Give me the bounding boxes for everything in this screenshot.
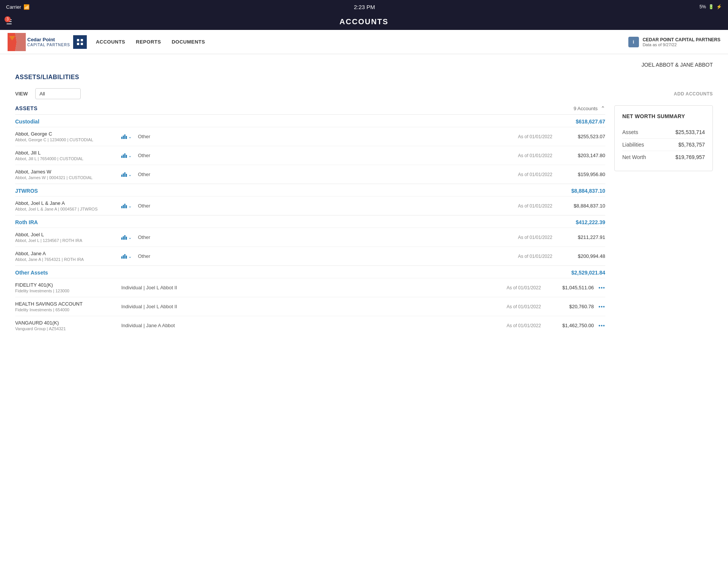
chart-button[interactable]: ⌄ [121, 134, 136, 139]
svg-rect-23 [126, 205, 127, 208]
chart-icon [121, 172, 127, 177]
roth-ira-label[interactable]: Roth IRA [15, 219, 38, 225]
grid-button[interactable] [73, 35, 87, 49]
account-date: As of 01/01/2022 [499, 304, 548, 309]
chart-icon [121, 134, 127, 139]
add-accounts-button[interactable]: ADD ACCOUNTS [674, 91, 713, 97]
account-row: FIDELITY 401(K) Fidelity Investments | 1… [15, 278, 605, 297]
account-sub: Vanguard Group | AZ54321 [15, 326, 121, 331]
svg-rect-17 [123, 173, 124, 177]
account-sub: Abbot, Joel L | 1234567 | ROTH IRA [15, 238, 121, 243]
svg-rect-15 [126, 155, 127, 158]
chart-button[interactable]: ⌄ [121, 153, 136, 158]
account-type: Other [136, 153, 510, 158]
account-name: HEALTH SAVINGS ACCOUNT [15, 301, 121, 307]
assets-header-right: 9 Accounts ⌃ [573, 105, 605, 111]
account-info: Abbot, Jill L Abbot, Jill L | 7654000 | … [15, 150, 121, 161]
nav-accounts[interactable]: ACCOUNTS [96, 39, 125, 45]
account-value: $20,760.78 [548, 304, 594, 309]
section-title: ASSETS/LIABILITIES [15, 74, 713, 81]
account-sub: Abbot, Jill L | 7654000 | CUSTODIAL [15, 156, 121, 161]
svg-rect-6 [77, 43, 79, 45]
account-name: Abbot, James W [15, 169, 121, 175]
accounts-section: ASSETS 9 Accounts ⌃ Custodial $618,627.6… [15, 105, 605, 335]
account-value: $1,045,511.06 [548, 285, 594, 290]
account-row: Abbot, George C Abbot, George C | 123400… [15, 127, 605, 146]
more-actions-button[interactable]: ••• [598, 323, 605, 329]
content-layout: ASSETS 9 Accounts ⌃ Custodial $618,627.6… [15, 105, 713, 335]
svg-rect-5 [81, 39, 83, 41]
account-type: Other [136, 203, 510, 209]
nav-links: ACCOUNTS REPORTS DOCUMENTS [96, 39, 205, 45]
logo-section: Cedar Point CAPITAL PARTNERS [8, 33, 87, 51]
account-date: As of 01/01/2022 [499, 285, 548, 290]
account-value: $200,994.48 [560, 253, 605, 259]
account-value: $255,523.07 [560, 134, 605, 139]
firm-date: Data as of 9/27/22 [643, 42, 720, 47]
assets-section-label: ASSETS [15, 105, 38, 111]
nw-assets-label: Assets [622, 129, 638, 135]
view-select-container: All Assets Liabilities [35, 88, 81, 99]
chart-button[interactable]: ⌄ [121, 235, 136, 240]
more-actions-button[interactable]: ••• [598, 285, 605, 291]
svg-rect-31 [126, 256, 127, 259]
svg-rect-28 [121, 256, 122, 259]
account-date: As of 01/01/2022 [510, 254, 560, 259]
wifi-icon: 📶 [23, 4, 30, 10]
other-assets-label[interactable]: Other Assets [15, 270, 48, 276]
svg-rect-20 [121, 206, 122, 208]
chart-icon [121, 153, 127, 158]
custodial-label[interactable]: Custodial [15, 119, 39, 125]
account-type: Other [136, 134, 510, 139]
firm-info-icon: i [628, 37, 639, 47]
account-count: 9 Accounts [573, 106, 598, 111]
svg-rect-26 [124, 235, 125, 240]
nw-assets-row: Assets $25,533,714 [622, 126, 705, 139]
chevron-down-icon: ⌄ [128, 172, 132, 177]
svg-rect-12 [121, 156, 122, 158]
category-other-assets: Other Assets $2,529,021.84 [15, 265, 605, 278]
custodial-total: $618,627.67 [576, 119, 605, 125]
nw-networth-value: $19,769,957 [675, 154, 705, 160]
jtwros-label[interactable]: JTWROS [15, 188, 38, 194]
svg-rect-30 [124, 254, 125, 259]
chart-button[interactable]: ⌄ [121, 172, 136, 177]
company-logo [8, 33, 26, 51]
view-row: VIEW All Assets Liabilities ADD ACCOUNTS [15, 88, 713, 99]
nav-documents[interactable]: DOCUMENTS [172, 39, 205, 45]
nw-liabilities-label: Liabilities [622, 142, 644, 148]
svg-rect-16 [121, 175, 122, 177]
view-label: VIEW [15, 91, 28, 97]
svg-rect-22 [124, 204, 125, 208]
nw-assets-value: $25,533,714 [675, 129, 705, 135]
svg-rect-25 [123, 236, 124, 240]
account-name: Abbot, Jane A [15, 251, 121, 256]
account-value: $1,462,750.00 [548, 323, 594, 328]
collapse-button[interactable]: ⌃ [601, 105, 605, 111]
chart-button[interactable]: ⌄ [121, 203, 136, 209]
account-date: As of 01/01/2022 [510, 172, 560, 177]
svg-marker-1 [15, 33, 26, 51]
more-actions-button[interactable]: ••• [598, 304, 605, 310]
account-name: VANGAURD 401(K) [15, 320, 121, 326]
svg-rect-18 [124, 172, 125, 177]
account-type: Individual | Jane A Abbot [121, 323, 499, 328]
account-name: Abbot, Jill L [15, 150, 121, 156]
chart-icon [121, 235, 127, 240]
account-value: $211,227.91 [560, 234, 605, 240]
account-sub: Fidelity Investments | 654000 [15, 307, 121, 312]
view-select[interactable]: All Assets Liabilities [35, 88, 81, 99]
nav-reports[interactable]: REPORTS [136, 39, 161, 45]
svg-rect-21 [123, 205, 124, 208]
hamburger-button[interactable]: ☰ 3 [6, 18, 12, 26]
account-info: Abbot, James W Abbot, James W | 0004321 … [15, 169, 121, 180]
account-value: $8,884,837.10 [560, 203, 605, 209]
assets-header: ASSETS 9 Accounts ⌃ [15, 105, 605, 111]
status-left: Carrier 📶 [6, 4, 30, 10]
account-info: HEALTH SAVINGS ACCOUNT Fidelity Investme… [15, 301, 121, 312]
category-jtwros: JTWROS $8,884,837.10 [15, 184, 605, 196]
account-sub: Abbot, George C | 1234000 | CUSTODIAL [15, 137, 121, 142]
account-info: Abbot, Joel L & Jane A Abbot, Joel L & J… [15, 200, 121, 211]
chart-button[interactable]: ⌄ [121, 254, 136, 259]
account-date: As of 01/01/2022 [499, 323, 548, 328]
